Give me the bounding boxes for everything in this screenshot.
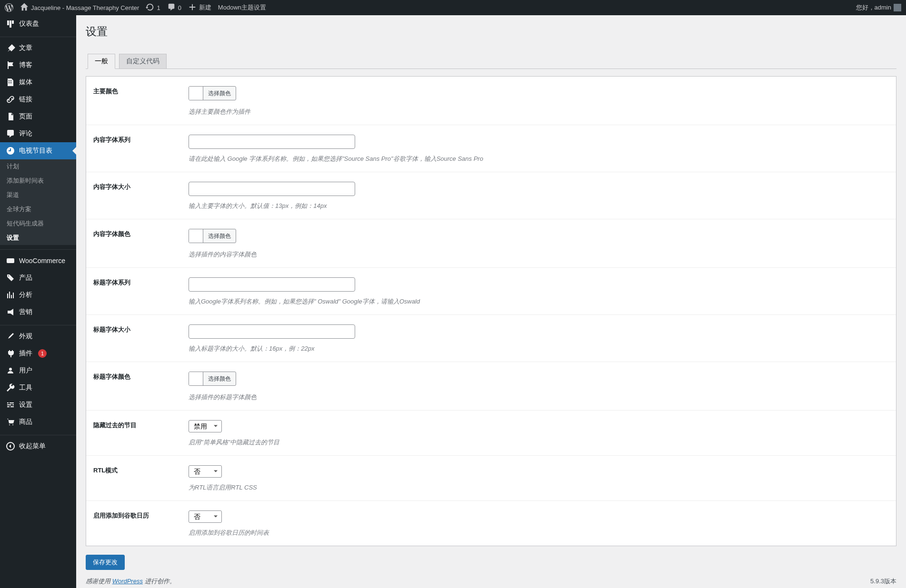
hide-past-select[interactable]: 禁用 [189,420,222,432]
tab-general[interactable]: 一般 [88,54,115,69]
updates-count: 1 [157,4,160,11]
label-content-font-color: 内容字体颜色 [93,229,189,259]
footer-thanks-prefix: 感谢使用 [86,578,112,585]
sidebar-collapse[interactable]: 收起菜单 [0,438,76,455]
color-picker-label: 选择颜色 [203,89,236,98]
label-rtl-mode: RTL模式 [93,465,189,492]
sidebar-analytics-label: 分析 [19,291,32,299]
footer-version: 5.9.3版本 [870,577,896,586]
sidebar-settings[interactable]: 设置 [0,396,76,413]
comments-link[interactable]: 0 [167,3,181,13]
sidebar-marketing[interactable]: 营销 [0,304,76,321]
label-main-color: 主要颜色 [93,86,189,116]
sidebar-analytics[interactable]: 分析 [0,286,76,304]
site-link[interactable]: Jacqueline - Massage Theraphy Center [20,3,139,13]
sidebar-dashboard[interactable]: 仪表盘 [0,15,76,32]
sidebar-links[interactable]: 链接 [0,91,76,108]
sidebar-media[interactable]: 媒体 [0,74,76,91]
add-gcal-select[interactable]: 否 [189,510,222,523]
user-account[interactable]: 您好，admin [856,3,901,12]
color-swatch-icon [189,372,203,386]
help-hide-past: 启用"简单风格"中隐藏过去的节目 [189,438,889,447]
row-add-gcal: 启用添加到谷歌日历 否 启用添加到谷歌日历的时间表 [86,501,896,546]
submenu-add-timesheet[interactable]: 添加新时间表 [0,174,76,188]
sidebar-posts-label: 文章 [19,44,32,52]
tab-custom-code[interactable]: 自定义代码 [119,54,167,69]
sliders-icon [6,400,15,410]
submenu-plan[interactable]: 计划 [0,159,76,174]
sidebar-users-label: 用户 [19,366,32,375]
sidebar-dashboard-label: 仪表盘 [19,20,39,28]
users-icon [6,366,15,375]
product-icon [6,273,15,283]
updates-link[interactable]: 1 [146,3,160,13]
footer-thanks-suffix: 进行创作。 [143,578,176,585]
modown-label: Modown主题设置 [218,3,266,12]
label-content-font-size: 内容字体大小 [93,182,189,210]
media-icon [6,78,15,87]
help-title-font-family: 输入Google字体系列名称。例如，如果您选择" Oswald" Google字… [189,297,889,306]
help-title-font-color: 选择插件的标题字体颜色 [189,393,889,402]
sidebar-woocommerce-label: WooCommerce [19,257,65,265]
plus-icon [188,3,197,13]
wrench-icon [6,383,15,392]
sidebar-collapse-label: 收起菜单 [19,442,46,451]
home-icon [20,3,29,13]
wordpress-logo[interactable] [5,3,13,12]
title-font-color-picker[interactable]: 选择颜色 [189,372,236,386]
submenu-global-plan[interactable]: 全球方案 [0,202,76,216]
page-title: 设置 [86,20,896,49]
sidebar-separator [0,35,76,37]
sidebar-users[interactable]: 用户 [0,362,76,379]
row-title-font-color: 标题字体颜色 选择颜色 选择插件的标题字体颜色 [86,362,896,411]
content-font-color-picker[interactable]: 选择颜色 [189,229,236,243]
modown-link[interactable]: Modown主题设置 [218,3,266,12]
sidebar-comments[interactable]: 评论 [0,125,76,142]
label-content-font-family: 内容字体系列 [93,135,189,163]
wordpress-icon [5,3,13,12]
color-picker-label: 选择颜色 [203,232,236,240]
title-font-family-input[interactable] [189,277,355,292]
sidebar-posts[interactable]: 文章 [0,39,76,57]
footer-thanks: 感谢使用 WordPress 进行创作。 [86,577,176,586]
sidebar-tv-schedule-label: 电视节目表 [19,147,52,155]
save-button[interactable]: 保存更改 [86,555,125,570]
brush-icon [6,332,15,341]
help-content-font-color: 选择插件的内容字体颜色 [189,250,889,259]
sidebar-woocommerce[interactable]: WooCommerce [0,252,76,269]
sidebar-plugins[interactable]: 插件 1 [0,345,76,362]
main-color-picker[interactable]: 选择颜色 [189,86,236,100]
sidebar-blog[interactable]: 博客 [0,57,76,74]
row-main-color: 主要颜色 选择颜色 选择主要颜色作为插件 [86,77,896,125]
pushpin-icon [6,43,15,53]
content-font-family-input[interactable] [189,135,355,149]
rtl-mode-select[interactable]: 否 [189,465,222,478]
wordpress-link[interactable]: WordPress [112,578,143,585]
submenu-channel[interactable]: 渠道 [0,188,76,202]
sidebar-appearance-label: 外观 [19,332,32,341]
sidebar-separator [0,323,76,325]
sidebar-products[interactable]: 产品 [0,269,76,286]
submenu-shortcode-gen[interactable]: 短代码生成器 [0,216,76,231]
sidebar-plugins-label: 插件 [19,349,32,358]
sidebar-tools[interactable]: 工具 [0,379,76,396]
sidebar-media-label: 媒体 [19,78,32,87]
color-swatch-icon [189,86,203,100]
new-label: 新建 [199,3,211,12]
content: 设置 一般 自定义代码 主要颜色 选择颜色 选择主要颜色作为插件 内容字体系列 … [76,15,906,588]
title-font-size-input[interactable] [189,324,355,339]
help-title-font-size: 输入标题字体的大小。默认：16px，例：22px [189,344,889,353]
sidebar-pages[interactable]: 页面 [0,108,76,125]
sidebar-comments-label: 评论 [19,129,32,138]
sidebar-appearance[interactable]: 外观 [0,328,76,345]
sidebar-shop[interactable]: 商品 [0,413,76,431]
row-content-font-color: 内容字体颜色 选择颜色 选择插件的内容字体颜色 [86,219,896,268]
content-font-size-input[interactable] [189,182,355,196]
sidebar-tv-schedule[interactable]: 电视节目表 [0,142,76,159]
submenu-settings[interactable]: 设置 [0,231,76,245]
new-link[interactable]: 新建 [188,3,211,13]
admin-bar-left: Jacqueline - Massage Theraphy Center 1 0… [5,3,266,13]
comment-icon [167,3,176,13]
help-add-gcal: 启用添加到谷歌日历的时间表 [189,529,889,537]
row-rtl-mode: RTL模式 否 为RTL语言启用RTL CSS [86,456,896,501]
